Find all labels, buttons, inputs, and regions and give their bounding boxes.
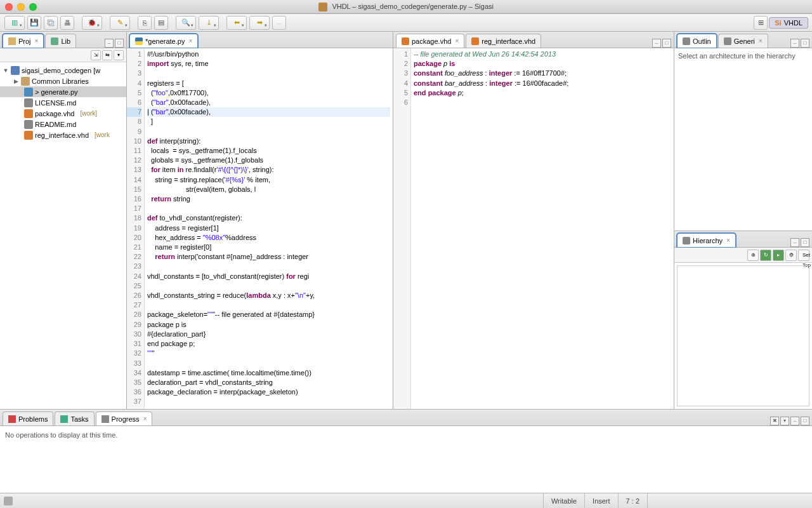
- maximize-view-icon[interactable]: □: [801, 417, 809, 425]
- python-editor[interactable]: 1234567891011121314151617181920212223242…: [127, 48, 393, 409]
- search-button[interactable]: 🔍: [176, 16, 196, 30]
- remove-all-icon[interactable]: ✖: [770, 417, 779, 425]
- toggle-mark-button[interactable]: ⎘: [138, 16, 152, 30]
- run-button[interactable]: ✎: [110, 16, 130, 30]
- editor-tabs-right: package.vhd × reg_interface.vhd – □: [393, 32, 674, 48]
- perspective-label: VHDL: [784, 19, 802, 27]
- tree-file-readme[interactable]: README.md: [0, 119, 126, 130]
- vhdl-file-icon: [24, 109, 33, 118]
- minimize-view-icon[interactable]: –: [790, 417, 799, 425]
- close-icon[interactable]: ×: [759, 37, 763, 44]
- md-file-icon: [24, 98, 33, 107]
- line-gutter: 123456: [393, 48, 411, 409]
- tab-label: *generate.py: [145, 37, 185, 45]
- tab-reg-interface-vhd[interactable]: reg_interface.vhd: [466, 34, 541, 48]
- tab-progress[interactable]: Progress ×: [96, 411, 153, 425]
- view-menu-icon[interactable]: ▾: [780, 417, 789, 425]
- forward-button[interactable]: ➡: [249, 16, 270, 30]
- progress-body: No operations to display at this time.: [0, 426, 812, 493]
- generics-icon: [724, 37, 731, 45]
- python-file-icon: [24, 88, 33, 97]
- tree-label: > generate.py: [35, 88, 78, 96]
- zoom-icon[interactable]: [29, 3, 37, 11]
- minimize-icon[interactable]: [17, 3, 25, 11]
- window-title-text: VHDL – sigasi_demo_codegen/generate.py –…: [332, 3, 494, 10]
- close-icon[interactable]: ×: [143, 415, 147, 422]
- tab-label: Hierarchy: [693, 237, 723, 244]
- close-icon[interactable]: [5, 3, 13, 11]
- save-button[interactable]: 💾: [27, 16, 41, 30]
- tab-generate-py[interactable]: *generate.py ×: [129, 34, 198, 48]
- tab-problems[interactable]: Problems: [3, 411, 53, 425]
- annotate-button[interactable]: ⤓: [199, 16, 219, 30]
- progress-message: No operations to display at this time.: [5, 431, 117, 439]
- close-icon[interactable]: ×: [188, 37, 192, 44]
- tree-file-generate[interactable]: > generate.py: [0, 86, 126, 97]
- tab-label: Lib: [61, 37, 70, 45]
- close-icon[interactable]: ×: [455, 37, 459, 44]
- set-top-button[interactable]: Set Top: [798, 250, 809, 261]
- close-icon[interactable]: ×: [35, 37, 39, 44]
- tab-generics[interactable]: Generi ×: [718, 34, 768, 48]
- tree-label: LICENSE.md: [35, 99, 76, 107]
- hierarchy-toolbar: ⊕ ↻ ▸ ⚙ Set Top: [674, 248, 812, 263]
- tab-package-vhd[interactable]: package.vhd ×: [396, 34, 464, 48]
- bottom-tabs: Problems Tasks Progress × ✖ ▾ – □: [0, 410, 812, 426]
- tree-label: reg_interface.vhd: [35, 131, 89, 139]
- hierarchy-icon: [683, 237, 690, 244]
- tab-label: Problems: [18, 415, 48, 423]
- tab-label: Generi: [734, 37, 755, 45]
- debug-button[interactable]: 🐞: [82, 16, 102, 30]
- refresh-icon[interactable]: ↻: [760, 250, 771, 261]
- chevron-down-icon[interactable]: ▼: [3, 67, 9, 74]
- vhdl-file-icon: [24, 131, 33, 140]
- save-all-button[interactable]: ⿻: [44, 16, 58, 30]
- md-file-icon: [24, 120, 33, 129]
- maximize-view-icon[interactable]: □: [801, 238, 809, 247]
- open-perspective-button[interactable]: ⊞: [754, 16, 768, 30]
- tab-tasks[interactable]: Tasks: [55, 411, 94, 425]
- expand-icon[interactable]: ⊕: [747, 250, 759, 261]
- tree-file-reg-interface[interactable]: reg_interface.vhd [work: [0, 130, 126, 140]
- link-editor-icon[interactable]: ⇆: [102, 50, 112, 60]
- tree-common-libs[interactable]: ▶ Common Libraries: [0, 76, 126, 86]
- maximize-view-icon[interactable]: □: [115, 39, 124, 48]
- tab-hierarchy[interactable]: Hierarchy ×: [677, 233, 736, 247]
- window-controls: [5, 3, 37, 11]
- new-button[interactable]: ▥: [4, 16, 25, 30]
- tree-file-license[interactable]: LICENSE.md: [0, 97, 126, 108]
- hierarchy-content[interactable]: [677, 265, 809, 406]
- status-icon[interactable]: [4, 497, 13, 505]
- vhdl-perspective-button[interactable]: Si VHDL: [769, 17, 808, 29]
- folder-icon: [8, 37, 16, 45]
- code-area[interactable]: -- file generated at Wed Jun 26 14:42:54…: [411, 48, 674, 409]
- minimize-view-icon[interactable]: –: [790, 238, 799, 247]
- vhdl-editor[interactable]: 123456 -- file generated at Wed Jun 26 1…: [393, 48, 674, 409]
- tab-outline[interactable]: Outlin: [677, 34, 717, 48]
- back-button[interactable]: ⬅: [226, 16, 247, 30]
- minimize-view-icon[interactable]: –: [790, 39, 799, 48]
- tab-libraries[interactable]: Lib: [45, 34, 76, 48]
- project-tree[interactable]: ▼ sigasi_demo_codegen [w ▶ Common Librar…: [0, 62, 126, 409]
- stop-button[interactable]: –: [272, 16, 286, 30]
- maximize-view-icon[interactable]: □: [662, 39, 671, 48]
- view-menu-icon[interactable]: ▾: [114, 50, 124, 60]
- collapse-all-icon[interactable]: ⇲: [91, 50, 101, 60]
- tree-project-root[interactable]: ▼ sigasi_demo_codegen [w: [0, 65, 126, 76]
- maximize-view-icon[interactable]: □: [801, 39, 809, 48]
- filter-icon[interactable]: ⚙: [785, 250, 797, 261]
- auto-icon[interactable]: ▸: [773, 250, 784, 261]
- titlebar: VHDL – sigasi_demo_codegen/generate.py –…: [0, 0, 812, 14]
- code-area[interactable]: #!/usr/bin/pythonimport sys, re, time re…: [145, 48, 393, 409]
- minimize-view-icon[interactable]: –: [105, 39, 114, 48]
- tab-label: reg_interface.vhd: [481, 37, 535, 45]
- tree-decoration: [work: [95, 131, 110, 138]
- chevron-right-icon[interactable]: ▶: [13, 78, 19, 84]
- tree-file-package[interactable]: package.vhd [work]: [0, 108, 126, 119]
- close-icon[interactable]: ×: [726, 237, 730, 244]
- tab-project-explorer[interactable]: Proj ×: [3, 34, 44, 48]
- print-button[interactable]: 🖶: [60, 16, 74, 30]
- minimize-view-icon[interactable]: –: [652, 39, 661, 48]
- toggle-block-button[interactable]: ▤: [154, 16, 168, 30]
- tree-label: sigasi_demo_codegen [w: [22, 67, 100, 74]
